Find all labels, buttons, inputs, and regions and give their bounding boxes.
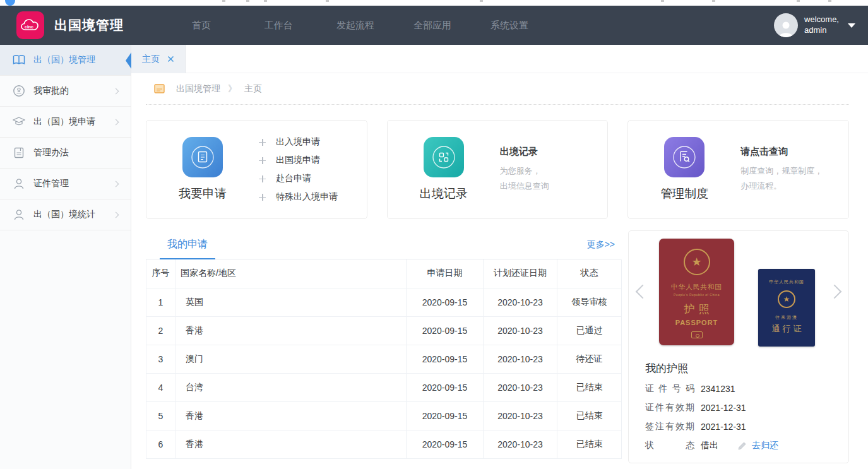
caret-down-icon[interactable]: [848, 23, 855, 28]
applications-tabbar: 我的申请 更多>>: [146, 230, 621, 259]
exit-record-icon[interactable]: [424, 137, 464, 177]
permit-image-blue[interactable]: 中华人民共和国 往来港澳 通行证: [758, 269, 815, 347]
plus-icon: [259, 194, 266, 201]
breadcrumb-separator: 》: [228, 83, 237, 95]
plus-icon: [259, 175, 266, 182]
plus-icon: [259, 157, 266, 164]
cell-country: 香港: [175, 430, 407, 458]
top-navbar: cinc 出国境管理 首页 工作台 发起流程 全部应用 系统设置 welcome…: [0, 6, 868, 45]
edge-mark: [222, 0, 225, 2]
records-desc-line: 为您服务，: [500, 163, 549, 179]
card-policy[interactable]: 管理制度 请点击查询 制度查询，规章制度， 办理流程。: [627, 120, 849, 219]
nav-item-start-flow[interactable]: 发起流程: [336, 20, 375, 32]
apply-links: 出入境申请 出国境申请 赴台申请 特殊出入境申请: [259, 136, 338, 203]
edge-mark: [246, 0, 249, 2]
records-desc-line: 出境信息查询: [500, 179, 549, 194]
sidebar-item-label: 出（国）境管理: [33, 54, 121, 66]
bottom-row: 我的申请 更多>> 序号 国家名称/地区 申请日期 计划还证日期 状态: [146, 230, 849, 463]
sidebar-item-label: 出（国）境统计: [33, 209, 114, 220]
carousel-next-icon[interactable]: [828, 285, 842, 299]
edit-icon: [737, 441, 747, 451]
avatar[interactable]: [774, 13, 798, 37]
cell-index: 5: [146, 401, 175, 430]
link-special-application[interactable]: 特殊出入境申请: [259, 191, 338, 203]
breadcrumb-current: 主页: [244, 83, 262, 95]
sidebar-item-my-approvals[interactable]: 我审批的: [0, 76, 131, 107]
col-header-return-date: 计划还证日期: [484, 259, 557, 288]
cell-apply-date: 2020-09-15: [407, 316, 484, 345]
browser-favicon-fragment: [5, 0, 15, 6]
card-records-title: 出境记录: [420, 186, 468, 202]
card-exit-records[interactable]: 出境记录 出境记录 为您服务， 出境信息查询: [387, 120, 609, 219]
link-entry-exit-application[interactable]: 出入境申请: [259, 136, 338, 148]
sidebar-collapse-icon[interactable]: [126, 52, 131, 69]
table-row[interactable]: 2 香港 2020-09-15 2020-10-23 已通过: [146, 316, 622, 345]
cell-country: 澳门: [175, 345, 407, 373]
close-icon[interactable]: [167, 56, 174, 62]
breadcrumb-root[interactable]: 出国境管理: [176, 83, 220, 95]
sidebar-item-exit-entry-management[interactable]: 出（国）境管理: [0, 45, 131, 76]
field-label: 签注有效期: [645, 421, 694, 432]
nav-item-system-settings[interactable]: 系统设置: [490, 20, 529, 32]
link-abroad-application[interactable]: 出国境申请: [259, 155, 338, 166]
apply-doc-icon[interactable]: [182, 137, 223, 177]
app-logo[interactable]: cinc: [16, 11, 44, 39]
biometric-chip-icon: [691, 331, 703, 338]
table-row[interactable]: 4 台湾 2020-09-15 2020-10-23 已结束: [146, 373, 622, 401]
cell-index: 2: [146, 316, 175, 345]
table-row[interactable]: 1 英国 2020-09-15 2020-10-23 领导审核: [146, 288, 622, 316]
card-apply[interactable]: 我要申请 出入境申请 出国境申请 赴台申请 特殊出入境申请: [146, 120, 367, 219]
content: 出国境管理 》 主页 我要申请 出入境申请 出国境申请 赴台申: [131, 73, 868, 463]
nav-item-home[interactable]: 首页: [182, 20, 221, 32]
col-header-apply-date: 申请日期: [407, 259, 484, 288]
policy-desc-line: 制度查询，规章制度，: [740, 163, 823, 179]
table-row[interactable]: 6 香港 2020-09-15 2020-10-23 已结束: [146, 430, 622, 458]
cloud-logo-icon: cinc: [20, 18, 40, 33]
sidebar-item-label: 证件管理: [33, 178, 114, 189]
svg-text:cinc: cinc: [25, 25, 33, 29]
edge-mark: [326, 0, 329, 2]
field-label: 状态: [645, 440, 694, 451]
cell-status: 已通过: [557, 316, 622, 345]
table-row[interactable]: 5 香港 2020-09-15 2020-10-23 已结束: [146, 401, 622, 430]
welcome-line2: admin: [804, 25, 839, 36]
cell-apply-date: 2020-09-15: [407, 401, 484, 430]
person-outline-icon: [13, 177, 25, 190]
card-policy-title: 管理制度: [660, 186, 708, 202]
passport-country-cn: 中华人民共和国: [671, 283, 722, 292]
welcome-line1: welcome,: [804, 15, 839, 25]
policy-search-icon[interactable]: [664, 137, 705, 177]
nav-item-all-apps[interactable]: 全部应用: [413, 20, 452, 32]
user-menu[interactable]: welcome, admin: [774, 13, 855, 37]
cell-index: 1: [146, 288, 175, 316]
link-taiwan-application[interactable]: 赴台申请: [259, 173, 338, 184]
nav-item-workbench[interactable]: 工作台: [259, 20, 298, 32]
plus-icon: [259, 139, 266, 146]
sidebar-item-management-measures[interactable]: 管理办法: [0, 138, 131, 169]
edge-mark: [828, 0, 831, 2]
more-link[interactable]: 更多>>: [587, 239, 615, 251]
permit-title: 通行证: [770, 323, 804, 335]
cell-status: 领导审核: [557, 288, 622, 316]
cell-country: 香港: [175, 316, 407, 345]
field-value: 2021-12-31: [701, 422, 746, 432]
sidebar-item-exit-application[interactable]: 出（国）境申请: [0, 107, 131, 138]
passport-image-red[interactable]: 中华人民共和国 People's Republic of China 护照 PA…: [659, 239, 734, 345]
card-apply-left: 我要申请: [146, 137, 259, 202]
return-link[interactable]: 去归还: [752, 440, 778, 451]
cell-index: 6: [146, 430, 175, 458]
carousel-prev-icon[interactable]: [636, 285, 650, 299]
national-emblem-icon: [778, 290, 795, 308]
edge-mark: [264, 0, 267, 2]
sidebar-item-credential-management[interactable]: 证件管理: [0, 169, 131, 199]
sidebar-item-exit-statistics[interactable]: 出（国）境统计: [0, 199, 131, 230]
table-row[interactable]: 3 澳门 2020-09-15 2020-10-23 待还证: [146, 345, 622, 373]
link-label: 赴台申请: [276, 173, 311, 184]
tab-my-applications[interactable]: 我的申请: [160, 231, 215, 259]
permit-country-cn: 中华人民共和国: [769, 279, 804, 285]
sidebar-item-label: 管理办法: [33, 147, 121, 158]
return-action[interactable]: 去归还: [737, 440, 778, 451]
status-value: 借出: [701, 440, 718, 451]
cell-apply-date: 2020-09-15: [407, 345, 484, 373]
tab-home[interactable]: 主页: [131, 45, 186, 73]
